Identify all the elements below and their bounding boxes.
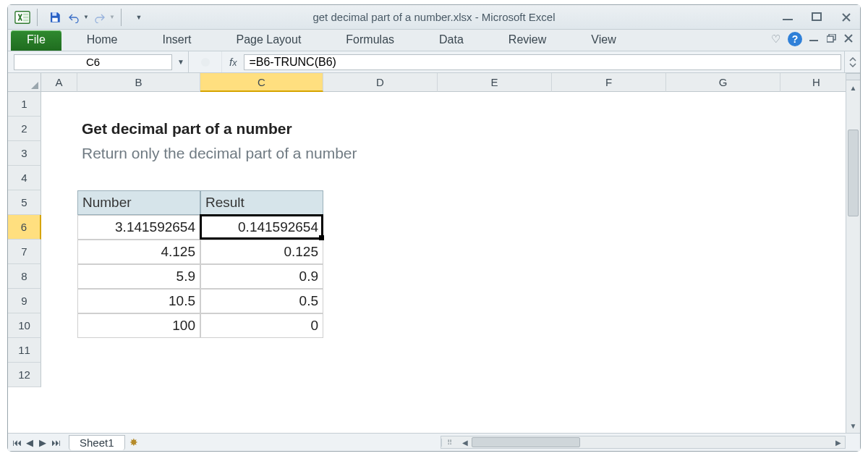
workbook-minimize-icon[interactable] — [809, 33, 820, 46]
svg-rect-7 — [812, 13, 821, 20]
split-handle-icon[interactable] — [846, 73, 860, 80]
column-header[interactable]: A — [41, 73, 77, 92]
cell[interactable]: 5.9 — [77, 264, 200, 289]
row-header[interactable]: 5 — [8, 190, 41, 215]
svg-point-11 — [201, 58, 210, 67]
select-all-corner[interactable] — [8, 73, 41, 92]
maximize-icon[interactable] — [809, 11, 825, 24]
row-header[interactable]: 6 — [8, 215, 41, 240]
next-sheet-icon[interactable]: ▶ — [37, 437, 48, 448]
row-header[interactable]: 10 — [8, 313, 41, 338]
close-icon[interactable] — [838, 11, 854, 24]
vscroll-thumb[interactable] — [848, 130, 859, 216]
prev-sheet-icon[interactable]: ◀ — [24, 437, 35, 448]
tab-formulas[interactable]: Formulas — [332, 30, 408, 51]
svg-rect-8 — [809, 40, 818, 41]
row-header[interactable]: 8 — [8, 264, 41, 289]
minimize-icon[interactable] — [780, 11, 796, 24]
workbook-close-icon[interactable] — [844, 33, 853, 46]
scroll-down-icon[interactable]: ▼ — [846, 418, 860, 433]
ribbon-minimize-icon[interactable]: ♡ — [771, 33, 780, 46]
hscroll-track[interactable] — [472, 436, 832, 448]
tab-split-handle-icon[interactable]: ⠿ — [441, 439, 459, 447]
redo-icon[interactable] — [92, 9, 108, 25]
vertical-scrollbar[interactable]: ▲ ▼ — [846, 73, 860, 433]
hscroll-thumb[interactable] — [472, 437, 580, 447]
tab-page-layout[interactable]: Page Layout — [222, 30, 315, 51]
sheet-tab-bar: ⏮ ◀ ▶ ⏭ Sheet1 ✸ ⠿ ◀ ▶ — [8, 433, 860, 451]
row-header[interactable]: 9 — [8, 289, 41, 313]
svg-rect-3 — [23, 19, 28, 21]
scroll-up-icon[interactable]: ▲ — [846, 80, 860, 95]
tab-review[interactable]: Review — [495, 30, 560, 51]
cancel-formula-icon[interactable] — [189, 51, 222, 72]
cell[interactable]: Return only the decimal part of a number — [77, 141, 666, 166]
row-header[interactable]: 1 — [8, 92, 41, 117]
cell[interactable]: 0.125 — [200, 240, 323, 264]
cell[interactable]: 0 — [200, 313, 323, 338]
tab-view[interactable]: View — [577, 30, 629, 51]
name-box-container: ▼ — [8, 51, 189, 72]
save-icon[interactable] — [47, 9, 63, 25]
last-sheet-icon[interactable]: ⏭ — [50, 437, 61, 448]
column-header[interactable]: H — [780, 73, 853, 92]
column-header[interactable]: G — [666, 73, 780, 92]
cell[interactable]: 10.5 — [77, 289, 200, 313]
scroll-right-icon[interactable]: ▶ — [832, 439, 845, 447]
new-sheet-icon[interactable]: ✸ — [129, 436, 138, 448]
vscroll-track[interactable] — [846, 95, 860, 418]
svg-rect-6 — [783, 19, 793, 20]
svg-rect-1 — [23, 13, 28, 15]
redo-dropdown-icon[interactable]: ▼ — [109, 14, 115, 20]
cell[interactable]: Get decimal part of a number — [77, 117, 666, 141]
title-bar: ▼ ▼ ▼ get decimal part of a number.xlsx … — [8, 5, 860, 30]
quick-access-toolbar: ▼ ▼ ▼ — [14, 9, 147, 26]
cell[interactable]: 0.5 — [200, 289, 323, 313]
excel-logo-icon[interactable] — [14, 9, 31, 26]
svg-rect-4 — [52, 12, 56, 16]
qat-separator — [37, 9, 41, 26]
name-box[interactable] — [14, 54, 172, 70]
excel-window: ▼ ▼ ▼ get decimal part of a number.xlsx … — [7, 4, 861, 452]
row-header[interactable]: 3 — [8, 141, 41, 166]
column-header[interactable]: F — [552, 73, 666, 92]
row-header[interactable]: 11 — [8, 338, 41, 363]
file-tab[interactable]: File — [11, 30, 61, 51]
qat-separator-2 — [121, 9, 125, 26]
horizontal-scrollbar[interactable]: ⠿ ◀ ▶ — [441, 436, 846, 449]
cell[interactable]: Number — [77, 190, 200, 215]
column-header[interactable]: B — [77, 73, 200, 92]
fx-icon[interactable]: fx — [222, 56, 244, 68]
formula-input[interactable] — [244, 54, 841, 70]
undo-icon[interactable] — [66, 9, 82, 25]
sheet-tab[interactable]: Sheet1 — [69, 435, 125, 450]
svg-rect-5 — [52, 17, 58, 21]
formula-bar: ▼ fx — [8, 51, 860, 73]
help-icon[interactable]: ? — [788, 32, 802, 46]
row-header[interactable]: 12 — [8, 363, 41, 387]
column-header[interactable]: C — [200, 73, 323, 92]
column-header[interactable]: D — [323, 73, 438, 92]
cell[interactable]: Result — [200, 190, 323, 215]
row-header[interactable]: 4 — [8, 166, 41, 190]
row-header[interactable]: 2 — [8, 117, 41, 141]
cell[interactable]: 3.141592654 — [77, 215, 200, 240]
tab-insert[interactable]: Insert — [148, 30, 205, 51]
scroll-left-icon[interactable]: ◀ — [459, 439, 472, 447]
first-sheet-icon[interactable]: ⏮ — [11, 437, 22, 448]
customize-qat-icon[interactable]: ▼ — [131, 9, 147, 25]
svg-rect-10 — [827, 36, 833, 42]
workbook-restore-icon[interactable] — [827, 33, 837, 46]
column-header[interactable]: E — [438, 73, 552, 92]
row-header[interactable]: 7 — [8, 240, 41, 264]
tab-home[interactable]: Home — [73, 30, 132, 51]
cell[interactable]: 0.9 — [200, 264, 323, 289]
tab-data[interactable]: Data — [425, 30, 477, 51]
cell[interactable]: 100 — [77, 313, 200, 338]
expand-formula-bar-icon[interactable] — [844, 51, 860, 72]
cell[interactable]: 0.141592654 — [200, 215, 323, 240]
undo-dropdown-icon[interactable]: ▼ — [83, 14, 89, 20]
name-box-dropdown-icon[interactable]: ▼ — [174, 58, 188, 66]
spreadsheet-grid[interactable]: ABCDEFGH 123456789101112 Get decimal par… — [8, 73, 860, 433]
cell[interactable]: 4.125 — [77, 240, 200, 264]
